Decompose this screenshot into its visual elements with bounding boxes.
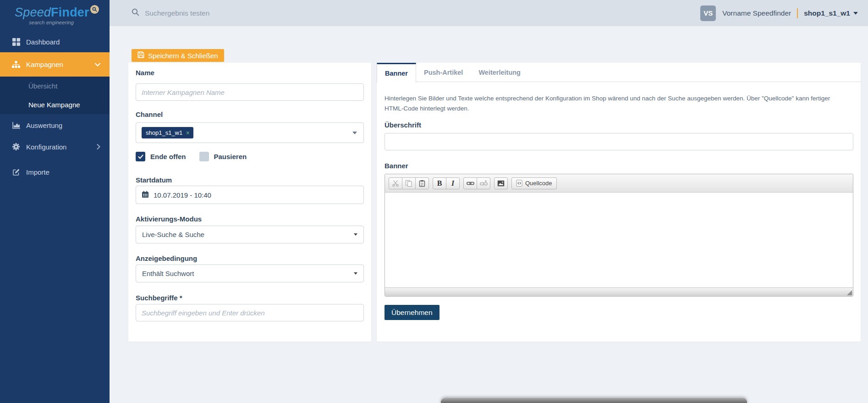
save-close-label: Speichern & Schließen	[148, 52, 218, 60]
paste-icon[interactable]	[415, 177, 429, 189]
dashboard-icon	[11, 38, 21, 46]
user-divider	[797, 8, 798, 18]
channel-multiselect[interactable]: shop1_s1_w1 ×	[136, 122, 364, 143]
gear-icon	[11, 143, 21, 150]
sidebar-item-konfiguration[interactable]: Konfiguration	[0, 136, 110, 157]
anzeigebedingung-label: Anzeigebedingung	[136, 254, 197, 262]
sidebar: SpeedFinder search engineering Dashboard…	[0, 0, 110, 403]
app-window: SpeedFinder search engineering Dashboard…	[0, 0, 868, 403]
editor-resize-handle[interactable]	[847, 290, 852, 295]
image-group	[494, 177, 508, 189]
name-label: Name	[136, 69, 154, 77]
user-name: Vorname Speedfinder	[722, 9, 791, 17]
kampagnen-submenu: Übersicht Neue Kampagne	[0, 77, 110, 114]
channel-tag: shop1_s1_w1 ×	[142, 127, 193, 138]
chevron-down-icon	[95, 63, 100, 66]
shop-selector-dropdown[interactable]: shop1_s1_w1	[804, 9, 858, 17]
save-icon	[137, 51, 144, 60]
caret-down-icon	[853, 12, 858, 15]
editor-content-area[interactable]	[385, 193, 853, 287]
copy-icon[interactable]	[402, 177, 416, 189]
anzeigebedingung-select[interactable]: Enthält Suchwort	[136, 265, 364, 282]
search-bar	[132, 0, 291, 26]
save-close-button[interactable]: Speichern & Schließen	[132, 49, 224, 62]
brand-name: SpeedFinder	[15, 6, 89, 20]
editor-bottom-bar	[385, 287, 853, 296]
banner-richtext-editor: B I	[385, 174, 853, 297]
search-icon	[132, 8, 139, 18]
italic-icon[interactable]: I	[446, 177, 460, 189]
area-chart-icon	[11, 121, 21, 129]
topbar: VS Vorname Speedfinder shop1_s1_w1	[110, 0, 868, 26]
sidebar-item-label: Übersicht	[28, 82, 57, 90]
bold-icon[interactable]: B	[433, 177, 446, 189]
sidebar-item-label: Importe	[26, 168, 49, 176]
select-caret-icon	[354, 272, 357, 275]
search-input[interactable]	[144, 9, 291, 18]
channel-tag-label: shop1_s1_w1	[146, 129, 182, 136]
sidebar-item-label: Neue Kampagne	[28, 101, 80, 109]
clipboard-group	[389, 177, 429, 189]
pausieren-label: Pausieren	[214, 153, 247, 160]
sidebar-item-importe[interactable]: Importe	[0, 161, 110, 182]
suchbegriffe-label: Suchbegriffe *	[136, 294, 182, 302]
pausieren-checkbox[interactable]	[199, 152, 209, 161]
campaign-form-panel: Name Channel shop1_s1_w1 × Ende offen Pa…	[128, 63, 371, 342]
tab-weiterleitung[interactable]: Weiterleitung	[471, 63, 528, 82]
suchbegriffe-input[interactable]	[136, 304, 364, 321]
sidebar-item-uebersicht[interactable]: Übersicht	[0, 77, 110, 95]
remove-tag-icon[interactable]: ×	[186, 130, 189, 136]
quellcode-label: Quellcode	[525, 180, 552, 187]
startdatum-label: Startdatum	[136, 176, 172, 184]
tab-push-artikel[interactable]: Push-Artikel	[416, 63, 471, 82]
tab-description: Hinterlegen Sie Bilder und Texte welche …	[385, 94, 848, 115]
check-icon	[138, 155, 143, 159]
sidebar-item-neue-kampagne[interactable]: Neue Kampagne	[0, 95, 110, 114]
tab-banner[interactable]: Banner	[377, 63, 416, 83]
aktivierungs-modus-value: Live-Suche & Suche	[142, 231, 204, 238]
sidebar-item-auswertung[interactable]: Auswertung	[0, 115, 110, 136]
quellcode-button[interactable]: Quellcode	[511, 177, 557, 189]
channel-label: Channel	[136, 110, 163, 118]
magnifier-icon	[92, 7, 97, 12]
logo-magnifier-badge	[90, 5, 99, 14]
name-input[interactable]	[136, 83, 364, 101]
brand-logo[interactable]: SpeedFinder search engineering	[0, 0, 110, 32]
caret-down-icon	[352, 132, 357, 134]
cut-icon[interactable]	[389, 177, 402, 189]
ueberschrift-label: Überschrift	[385, 121, 421, 129]
brand-tagline: search engineering	[29, 20, 74, 25]
unlink-icon[interactable]	[477, 177, 490, 189]
sitemap-icon	[11, 61, 21, 68]
sidebar-item-dashboard[interactable]: Dashboard	[0, 31, 110, 52]
source-group: Quellcode	[511, 177, 557, 189]
sidebar-item-label: Auswertung	[26, 121, 62, 129]
bottom-overlay-bar	[441, 398, 747, 403]
ende-offen-label: Ende offen	[150, 153, 186, 160]
chevron-right-icon	[97, 144, 100, 149]
aktivierungs-modus-select[interactable]: Live-Suche & Suche	[136, 226, 364, 243]
bold-glyph: B	[437, 179, 442, 188]
edit-pencil-icon	[11, 168, 21, 176]
format-group: B I	[433, 177, 460, 189]
link-icon[interactable]	[463, 177, 477, 189]
sidebar-item-label: Dashboard	[26, 38, 60, 46]
sidebar-item-label: Kampagnen	[26, 61, 63, 68]
image-icon[interactable]	[494, 177, 508, 189]
user-area: VS Vorname Speedfinder shop1_s1_w1	[700, 0, 858, 26]
brand-name-part2: Finder	[51, 6, 89, 19]
banner-config-panel: Banner Push-Artikel Weiterleitung Hinter…	[377, 63, 861, 342]
apply-button[interactable]: Übernehmen	[385, 305, 439, 320]
ueberschrift-input[interactable]	[385, 133, 853, 150]
sidebar-item-kampagnen[interactable]: Kampagnen	[0, 52, 110, 77]
editor-toolbar: B I	[385, 174, 853, 193]
anzeigebedingung-value: Enthält Suchwort	[142, 270, 194, 277]
avatar[interactable]: VS	[700, 6, 716, 21]
italic-glyph: I	[451, 179, 454, 188]
tab-bar: Banner Push-Artikel Weiterleitung	[377, 63, 861, 82]
startdatum-input[interactable]: 10.07.2019 - 10:40	[136, 186, 364, 204]
shop-selector-label: shop1_s1_w1	[804, 9, 850, 17]
banner-label: Banner	[385, 162, 408, 170]
source-icon	[516, 180, 522, 187]
ende-offen-checkbox[interactable]	[136, 152, 145, 161]
